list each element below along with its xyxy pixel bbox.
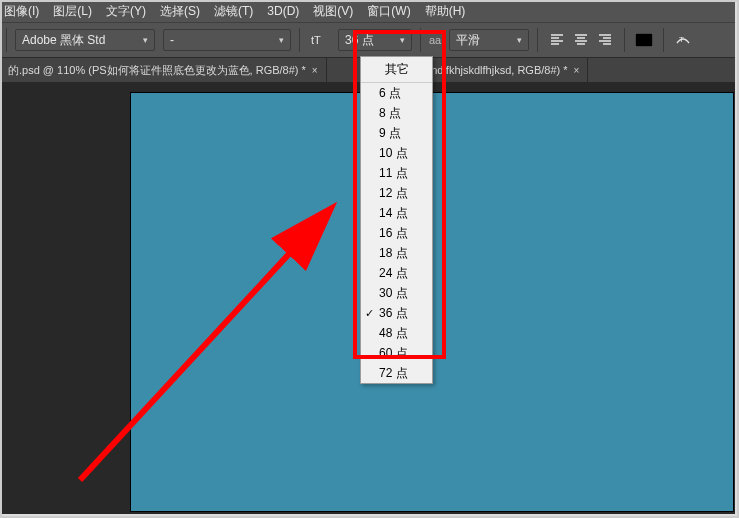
align-center-button[interactable]	[570, 29, 592, 51]
menu-help[interactable]: 帮助(H)	[425, 3, 466, 20]
chevron-down-icon: ▾	[143, 35, 148, 45]
font-size-option[interactable]: 6 点	[361, 83, 432, 103]
font-style-dropdown[interactable]: - ▾	[163, 29, 291, 51]
menu-bar: 图像(I) 图层(L) 文字(Y) 选择(S) 滤镜(T) 3D(D) 视图(V…	[0, 0, 735, 22]
separator	[420, 28, 421, 52]
menu-select[interactable]: 选择(S)	[160, 3, 200, 20]
document-tab-label: % (ndjfkhjskdlfhjksd, RGB/8#) *	[415, 64, 568, 76]
font-size-option[interactable]: 36 点	[361, 303, 432, 323]
menu-layer[interactable]: 图层(L)	[53, 3, 92, 20]
font-size-option[interactable]: 9 点	[361, 123, 432, 143]
font-size-option[interactable]: 11 点	[361, 163, 432, 183]
font-size-option[interactable]: 48 点	[361, 323, 432, 343]
warp-text-button[interactable]: T	[672, 29, 694, 51]
font-size-option[interactable]: 24 点	[361, 263, 432, 283]
chevron-down-icon: ▾	[400, 35, 405, 45]
antialias-dropdown[interactable]: 平滑 ▾	[449, 29, 529, 51]
document-tab[interactable]: 的.psd @ 110% (PS如何将证件照底色更改为蓝色, RGB/8#) *…	[0, 58, 327, 82]
close-icon[interactable]: ×	[312, 65, 318, 76]
font-style-value: -	[170, 33, 174, 47]
text-align-group	[546, 29, 616, 51]
menu-image[interactable]: 图像(I)	[4, 3, 39, 20]
menu-window[interactable]: 窗口(W)	[367, 3, 410, 20]
font-size-value: 36 点	[345, 32, 374, 49]
antialias-value: 平滑	[456, 32, 480, 49]
menu-filter[interactable]: 滤镜(T)	[214, 3, 253, 20]
document-tab-label: 的.psd @ 110% (PS如何将证件照底色更改为蓝色, RGB/8#) *	[8, 63, 306, 78]
chevron-down-icon: ▾	[279, 35, 284, 45]
align-left-button[interactable]	[546, 29, 568, 51]
align-right-button[interactable]	[594, 29, 616, 51]
menu-3d[interactable]: 3D(D)	[267, 4, 299, 18]
separator	[299, 28, 300, 52]
font-size-option[interactable]: 14 点	[361, 203, 432, 223]
font-size-option[interactable]: 30 点	[361, 283, 432, 303]
antialias-prefix-icon: aa	[429, 34, 441, 46]
font-size-option[interactable]: 10 点	[361, 143, 432, 163]
svg-rect-1	[635, 33, 653, 47]
separator	[6, 28, 7, 52]
font-family-value: Adobe 黑体 Std	[22, 32, 105, 49]
font-size-option[interactable]: 60 点	[361, 343, 432, 363]
font-size-dropdown-list[interactable]: 其它 6 点8 点9 点10 点11 点12 点14 点16 点18 点24 点…	[360, 56, 433, 384]
dropdown-header: 其它	[361, 57, 432, 83]
separator	[537, 28, 538, 52]
font-size-dropdown[interactable]: 36 点 ▾	[338, 29, 412, 51]
text-size-icon: tT	[308, 29, 330, 51]
menu-view[interactable]: 视图(V)	[313, 3, 353, 20]
chevron-down-icon: ▾	[517, 35, 522, 45]
font-size-option[interactable]: 72 点	[361, 363, 432, 383]
font-size-option[interactable]: 16 点	[361, 223, 432, 243]
font-size-option[interactable]: 18 点	[361, 243, 432, 263]
separator	[663, 28, 664, 52]
separator	[624, 28, 625, 52]
close-icon[interactable]: ×	[574, 65, 580, 76]
document-tab[interactable]: % (ndjfkhjskdlfhjksd, RGB/8#) * ×	[407, 58, 589, 82]
text-color-swatch[interactable]	[633, 29, 655, 51]
svg-text:tT: tT	[311, 34, 321, 46]
options-bar: Adobe 黑体 Std ▾ - ▾ tT 36 点 ▾ aa 平滑 ▾	[0, 22, 735, 58]
svg-text:T: T	[679, 35, 684, 44]
font-size-option[interactable]: 12 点	[361, 183, 432, 203]
font-size-option[interactable]: 8 点	[361, 103, 432, 123]
font-family-dropdown[interactable]: Adobe 黑体 Std ▾	[15, 29, 155, 51]
menu-type[interactable]: 文字(Y)	[106, 3, 146, 20]
